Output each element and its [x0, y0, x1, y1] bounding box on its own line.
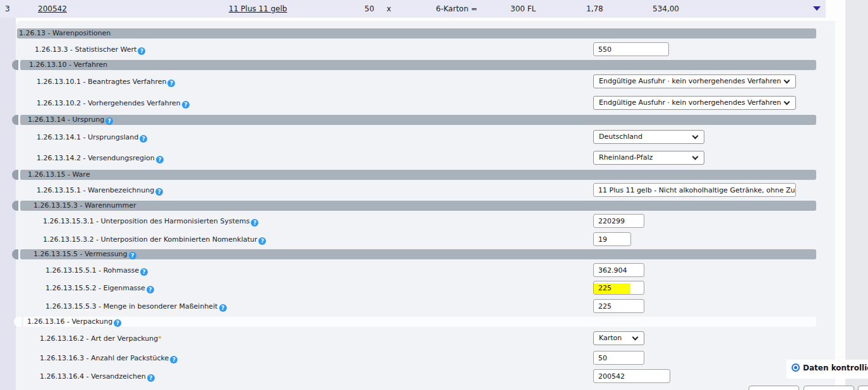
section-bar-verpackung[interactable]: 1.26.13.16 - Verpackung?: [23, 317, 816, 327]
required-marker: *: [158, 334, 162, 343]
unterposition-kn-input[interactable]: [593, 232, 631, 246]
section-handle[interactable]: [12, 170, 18, 180]
field-label: 1.26.13.14.1 - Ursprungsland?: [37, 133, 147, 143]
section-bar-ware[interactable]: 1.26.13.15 - Ware: [20, 170, 816, 180]
status-label: Daten kontrolliert: [803, 363, 868, 372]
versendungsregion-select[interactable]: Rheinland-Pfalz: [593, 151, 704, 165]
help-icon[interactable]: ?: [167, 80, 175, 87]
statistischer-wert-input[interactable]: [593, 42, 669, 56]
field-label: 1.26.13.15.1 - Warenbezeichnung?: [37, 186, 163, 196]
field-label: 1.26.13.15.3.1 - Unterposition des Harmo…: [43, 217, 258, 227]
vorhergehendes-verfahren-select[interactable]: Endgültige Ausfuhr · kein vorhergehendes…: [593, 96, 796, 110]
help-icon[interactable]: ?: [147, 286, 154, 293]
article-name-link[interactable]: 11 Plus 11 gelb: [229, 4, 287, 13]
help-icon[interactable]: ?: [138, 47, 145, 55]
eigenmasse-input[interactable]: 225: [593, 281, 644, 295]
help-icon[interactable]: ?: [155, 188, 163, 196]
help-icon[interactable]: ?: [251, 219, 258, 227]
help-icon[interactable]: ?: [147, 374, 155, 382]
help-icon[interactable]: ?: [258, 237, 266, 245]
field-label: 1.26.13.15.5.2 - Eigenmasse?: [45, 284, 154, 293]
chevron-down-icon: [632, 334, 639, 341]
article-number-link[interactable]: 200542: [38, 4, 67, 13]
quantity-value: 50: [365, 4, 374, 13]
menge-masseinheit-input[interactable]: [593, 299, 644, 313]
total-units: 300 FL: [510, 4, 536, 13]
field-label: 1.26.13.15.5.3 - Menge in besonderer Maß…: [45, 302, 227, 312]
section-bar-warenpositionen[interactable]: 1.26.13 - Warenpositionen: [17, 28, 816, 38]
unterposition-hs-input[interactable]: [593, 214, 644, 228]
section-handle[interactable]: [12, 249, 18, 259]
package-type: 6-Karton =: [436, 4, 477, 13]
help-icon[interactable]: ?: [170, 356, 178, 363]
right-gutter: [845, 0, 868, 390]
chevron-down-icon: [692, 133, 699, 139]
scroll-gutter: [835, 0, 845, 390]
section-bar-vermessung[interactable]: 1.26.13.15.5 - Vermessung?: [20, 249, 816, 259]
rohmasse-input[interactable]: [593, 263, 644, 277]
field-label: 1.26.13.16.2 - Art der Verpackung*: [40, 334, 162, 343]
help-icon[interactable]: ?: [182, 101, 190, 109]
warenbezeichnung-input[interactable]: [593, 183, 796, 197]
field-label: 1.26.13.16.3 - Anzahl der Packstücke?: [40, 354, 178, 363]
field-label: 1.26.13.3 - Statistischer Wert?: [35, 45, 145, 55]
help-icon[interactable]: ?: [114, 319, 121, 327]
section-bar-verfahren[interactable]: 1.26.13.10 - Verfahren: [20, 60, 816, 70]
section-handle[interactable]: [12, 60, 18, 70]
art-der-verpackung-select[interactable]: Karton: [593, 331, 644, 345]
versandzeichen-input[interactable]: [593, 369, 670, 383]
section-handle[interactable]: [12, 115, 18, 125]
help-icon[interactable]: ?: [140, 135, 147, 143]
section-handle[interactable]: [12, 201, 18, 211]
help-icon[interactable]: ?: [105, 117, 113, 125]
field-label: 1.26.13.15.5.1 - Rohmasse?: [45, 266, 148, 276]
position-number: 3: [5, 4, 10, 13]
beantragtes-verfahren-select[interactable]: Endgültige Ausfuhr · kein vorhergehendes…: [593, 74, 796, 88]
section-handle[interactable]: [14, 317, 21, 327]
times-sign: x: [387, 4, 391, 13]
help-icon[interactable]: ?: [156, 156, 164, 163]
field-label: 1.26.13.16.4 - Versandzeichen?: [40, 372, 155, 382]
field-label: 1.26.13.15.3.2 - Unterposition der Kombi…: [43, 235, 266, 245]
total-price: 534,00: [653, 4, 679, 13]
collapse-row-icon[interactable]: [813, 6, 821, 11]
chevron-down-icon: [784, 78, 790, 84]
partial-button-1[interactable]: [749, 386, 799, 390]
chevron-down-icon: [784, 99, 790, 105]
position-row: [0, 0, 826, 18]
partial-button-3[interactable]: [858, 386, 868, 390]
field-label: 1.26.13.10.1 - Beantragtes Verfahren?: [37, 78, 175, 87]
help-icon[interactable]: ?: [129, 252, 136, 259]
help-icon[interactable]: ?: [219, 304, 227, 312]
help-icon[interactable]: ?: [140, 268, 148, 276]
section-bar-ursprung[interactable]: 1.26.13.14 - Ursprung?: [20, 115, 816, 125]
section-bar-warennummer[interactable]: 1.26.13.15.3 - Warennummer: [20, 201, 816, 211]
ursprungsland-select[interactable]: Deutschland: [593, 130, 704, 144]
daten-kontrolliert-radio[interactable]: [792, 363, 800, 372]
chevron-down-icon: [692, 154, 699, 160]
field-label: 1.26.13.14.2 - Versendungsregion?: [37, 154, 164, 163]
partial-button-2[interactable]: [804, 386, 854, 390]
field-label: 1.26.13.10.2 - Vorhergehendes Verfahren?: [37, 99, 190, 109]
unit-price: 1,78: [586, 4, 603, 13]
anzahl-packstuecke-input[interactable]: [593, 351, 644, 365]
